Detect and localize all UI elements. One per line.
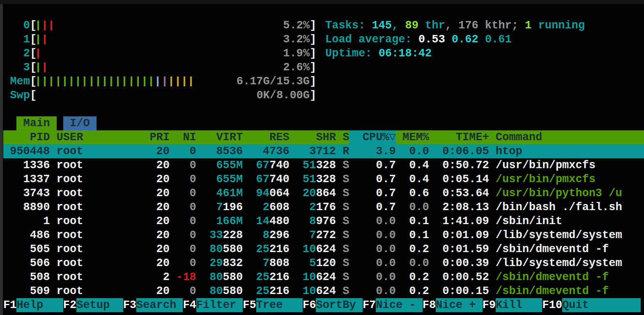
cell-command: /lib/systemd/system — [489, 228, 644, 242]
column-header-virt[interactable]: VIRT — [196, 130, 243, 144]
column-header-ni[interactable]: NI — [170, 130, 196, 144]
cell-user: root — [57, 284, 117, 298]
meter-tick-green — [84, 76, 85, 86]
mem-value-m: 461M — [216, 187, 243, 199]
fnlabel-quit[interactable]: Quit — [562, 298, 641, 312]
fnlabel-nice-[interactable]: Nice + — [436, 298, 482, 312]
cell-res: 67740 — [243, 158, 289, 172]
fnlabel-search[interactable]: Search — [136, 298, 183, 312]
process-row[interactable]: 509 root200805802521610624S0.00.20:00.15… — [3, 284, 644, 298]
mem-thousands: 10 — [303, 285, 316, 297]
meter-close-bracket: ] — [310, 60, 316, 74]
process-row[interactable]: 1 root200166M144808976S0.00.11:41.09/sbi… — [3, 214, 644, 228]
fnkey-f6[interactable]: F6 — [303, 298, 316, 312]
mem-thousands: 14 — [256, 215, 269, 227]
cell-cpu-percent: 3.9 — [349, 144, 396, 158]
cell-mem-percent: 0.2 — [396, 270, 429, 284]
fnkey-f7[interactable]: F7 — [363, 298, 376, 312]
column-header-s[interactable]: S — [336, 130, 349, 144]
cell-command: /usr/bin/pmxcfs — [489, 158, 644, 172]
cell-pid: 506 — [3, 256, 50, 270]
cell-pid: 509 — [3, 284, 50, 298]
fnlabel-sortby[interactable]: SortBy — [316, 298, 362, 312]
process-row[interactable]: 486 root2003322882967272S0.00.10:01.09/l… — [3, 228, 644, 242]
meter-bar-cpu-3 — [37, 60, 283, 74]
meter-tick-green — [124, 76, 125, 86]
tab-main[interactable]: Main — [16, 116, 56, 130]
cell-gap — [50, 200, 56, 214]
mem-rest: 216 — [269, 243, 290, 255]
fnkey-f1[interactable]: F1 — [3, 298, 16, 312]
cell-pri: 20 — [116, 228, 170, 242]
cell-time: 0:00.15 — [429, 284, 489, 298]
column-header-cmd[interactable]: Command — [489, 130, 644, 144]
meter-tick-green — [117, 76, 119, 86]
cell-gap — [50, 242, 56, 256]
cell-gap — [50, 158, 56, 172]
meter-tick-green — [104, 76, 106, 86]
cell-cpu-percent: 0.0 — [349, 270, 396, 284]
mem-rest: 580 — [223, 243, 243, 255]
fnkey-f3[interactable]: F3 — [123, 298, 136, 312]
cell-ni: 0 — [170, 186, 196, 200]
cell-state: S — [336, 270, 349, 284]
tab-io[interactable]: I/O — [63, 116, 97, 130]
process-row[interactable]: 950448 root200853647363712R3.90.00:06.05… — [3, 144, 644, 158]
column-header-res[interactable]: RES — [243, 130, 289, 144]
header-area: 0[5.2%]1[3.2%]2[1.9%]3[2.6%]Mem[6.17G/15… — [3, 4, 644, 102]
fnkey-f10[interactable]: F10 — [542, 298, 562, 312]
process-row[interactable]: 1337 root200655M6774051328S0.70.40:05.14… — [3, 172, 644, 186]
process-row[interactable]: 508 root2-18805802521610624S0.00.20:00.5… — [3, 270, 644, 284]
column-header-cpu[interactable]: CPU%▽ — [349, 130, 396, 144]
process-row[interactable]: 8890 root200719626082176S0.70.02:08.13/b… — [3, 200, 644, 214]
cell-command: /sbin/init — [489, 214, 644, 228]
process-row[interactable]: 1336 root200655M6774051328S0.70.40:50.72… — [3, 158, 644, 172]
cell-virt: 166M — [196, 214, 243, 228]
cell-pri: 20 — [116, 144, 170, 158]
cell-state: S — [336, 228, 349, 242]
meter-label: Mem — [3, 74, 30, 88]
cell-shr: 2176 — [290, 200, 336, 214]
tab-spacer — [3, 116, 16, 130]
cell-state: S — [336, 186, 349, 200]
fnkey-f9[interactable]: F9 — [483, 298, 496, 312]
meter-bar-cpu-2 — [37, 46, 283, 60]
cell-time: 0:01.09 — [429, 228, 489, 242]
column-header-time[interactable]: TIME+ — [429, 130, 489, 144]
process-row[interactable]: 3743 root200461M9406420864S0.70.60:53.64… — [3, 186, 644, 200]
fnkey-f5[interactable]: F5 — [243, 298, 256, 312]
column-header-pri[interactable]: PRI — [116, 130, 170, 144]
fnlabel-help[interactable]: Help — [16, 298, 63, 312]
column-header-user[interactable]: USER — [57, 130, 117, 144]
process-row[interactable]: 505 root200805802521610624S0.00.20:01.59… — [3, 242, 644, 256]
fnkey-f2[interactable]: F2 — [63, 298, 76, 312]
fnlabel-setup[interactable]: Setup — [76, 298, 123, 312]
cell-user: root — [57, 144, 117, 158]
fnlabel-nice-[interactable]: Nice - — [376, 298, 422, 312]
tasks-summary-segment: 145 — [372, 19, 392, 32]
fnkey-f4[interactable]: F4 — [183, 298, 196, 312]
meter-close-bracket: ] — [310, 88, 316, 102]
cell-virt: 8536 — [196, 144, 243, 158]
fnlabel-kill[interactable]: Kill — [496, 298, 542, 312]
process-row[interactable]: 506 root2002983278085120S0.00.00:00.39/l… — [3, 256, 644, 270]
cell-time: 0:50.72 — [429, 158, 489, 172]
cell-mem-percent: 0.4 — [396, 158, 429, 172]
column-header-mem[interactable]: MEM% — [396, 130, 429, 144]
column-header-pid[interactable]: PID — [3, 130, 50, 144]
mem-thousands: 2 — [263, 201, 269, 213]
process-table-body: 950448 root200853647363712R3.90.00:06.05… — [3, 144, 644, 298]
fnlabel-filter[interactable]: Filter — [196, 298, 243, 312]
mem-value-m: 655M — [216, 173, 243, 185]
meter-tick-blue — [157, 76, 159, 86]
meter-label: 1 — [3, 32, 30, 46]
fnkey-f8[interactable]: F8 — [423, 298, 436, 312]
cell-ni: 0 — [170, 284, 196, 298]
column-header-shr[interactable]: SHR — [290, 130, 336, 144]
mem-thousands: 10 — [303, 271, 316, 283]
mem-rest: 624 — [316, 285, 336, 297]
meter-label: Swp — [3, 88, 30, 102]
fnlabel-tree[interactable]: Tree — [256, 298, 303, 312]
meter-cpu-1: 1[3.2%] — [3, 32, 316, 46]
meter-tick-green — [131, 76, 132, 86]
